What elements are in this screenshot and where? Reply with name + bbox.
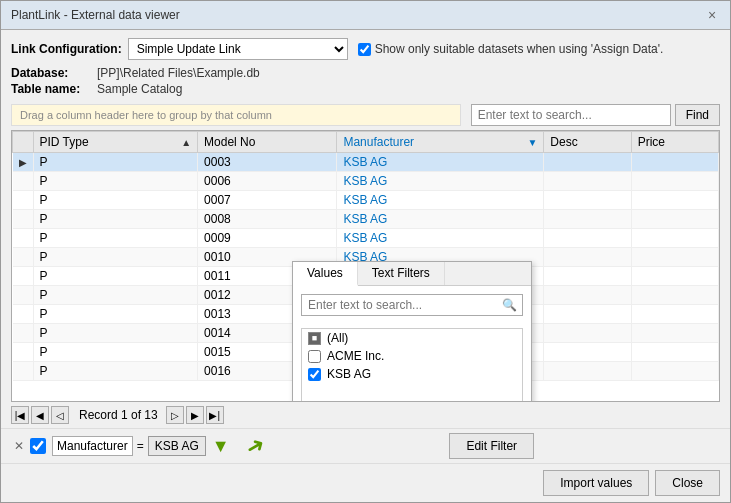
title-bar: PlantLink - External data viewer × bbox=[1, 1, 730, 30]
popup-search-input[interactable] bbox=[301, 294, 523, 316]
row-indicator bbox=[13, 172, 34, 191]
filter-equals-sign: = bbox=[137, 439, 144, 453]
filter-icon-manufacturer: ▼ bbox=[527, 137, 537, 148]
filter-item-checkbox[interactable] bbox=[308, 350, 321, 363]
col-desc[interactable]: Desc bbox=[544, 132, 631, 153]
popup-tabs: Values Text Filters bbox=[293, 262, 531, 286]
close-window-button[interactable]: × bbox=[704, 7, 720, 23]
cell-manufacturer: KSB AG bbox=[337, 229, 544, 248]
cell-model: 0007 bbox=[198, 191, 337, 210]
cell-price bbox=[631, 248, 718, 267]
cell-pid: P bbox=[33, 362, 198, 381]
filter-list-item[interactable]: ACME Inc. bbox=[302, 347, 522, 365]
cell-desc bbox=[544, 210, 631, 229]
pagination-bar: |◀ ◀ ◁ Record 1 of 13 ▷ ▶ ▶| bbox=[1, 402, 730, 428]
row-indicator bbox=[13, 267, 34, 286]
cell-desc bbox=[544, 343, 631, 362]
link-config-select[interactable]: Simple Update Link bbox=[128, 38, 348, 60]
show-suitable-checkbox[interactable] bbox=[358, 43, 371, 56]
cell-desc bbox=[544, 267, 631, 286]
bottom-close-button[interactable]: Close bbox=[655, 470, 720, 496]
filter-remove-button[interactable]: ✕ bbox=[11, 438, 27, 454]
sort-arrow-pid: ▲ bbox=[181, 137, 191, 148]
tab-values[interactable]: Values bbox=[293, 262, 358, 286]
cell-pid: P bbox=[33, 248, 198, 267]
cell-pid: P bbox=[33, 153, 198, 172]
table-row[interactable]: P0009KSB AG bbox=[13, 229, 719, 248]
database-row: Database: [PP]\Related Files\Example.db bbox=[11, 66, 720, 80]
cell-price bbox=[631, 305, 718, 324]
cell-price bbox=[631, 286, 718, 305]
table-row[interactable]: ▶P0003KSB AG bbox=[13, 153, 719, 172]
table-label: Table name: bbox=[11, 82, 91, 96]
config-section: Link Configuration: Simple Update Link S… bbox=[1, 30, 730, 104]
row-indicator bbox=[13, 248, 34, 267]
window-title: PlantLink - External data viewer bbox=[11, 8, 180, 22]
show-suitable-label: Show only suitable datasets when using '… bbox=[375, 42, 664, 56]
filter-bar: ✕ Manufacturer = KSB AG ▼ ➜ Edit Filter bbox=[1, 428, 730, 463]
cell-manufacturer: KSB AG bbox=[337, 172, 544, 191]
cell-desc bbox=[544, 191, 631, 210]
nav-last-button[interactable]: ▶| bbox=[206, 406, 224, 424]
nav-prev-button[interactable]: ◁ bbox=[51, 406, 69, 424]
record-label: Record 1 of 13 bbox=[79, 408, 158, 422]
cell-desc bbox=[544, 153, 631, 172]
nav-prev-prev-button[interactable]: ◀ bbox=[31, 406, 49, 424]
table-row-info: Table name: Sample Catalog bbox=[11, 82, 720, 96]
col-indicator bbox=[13, 132, 34, 153]
table-row[interactable]: P0007KSB AG bbox=[13, 191, 719, 210]
search-area: Find bbox=[471, 104, 720, 126]
search-input[interactable] bbox=[471, 104, 671, 126]
cell-price bbox=[631, 229, 718, 248]
filter-value-label: KSB AG bbox=[155, 439, 199, 453]
table-row[interactable]: P0006KSB AG bbox=[13, 172, 719, 191]
col-model-no[interactable]: Model No bbox=[198, 132, 337, 153]
cell-manufacturer: KSB AG bbox=[337, 210, 544, 229]
find-button[interactable]: Find bbox=[675, 104, 720, 126]
cell-desc bbox=[544, 286, 631, 305]
row-indicator bbox=[13, 324, 34, 343]
cell-desc bbox=[544, 229, 631, 248]
partial-check-icon: ■ bbox=[308, 332, 321, 345]
popup-body: 🔍 ■(All)ACME Inc.KSB AG Clear Filter Clo… bbox=[293, 286, 531, 402]
popup-search-wrap: 🔍 bbox=[301, 294, 523, 322]
filter-field-label: Manufacturer bbox=[57, 439, 128, 453]
cell-desc bbox=[544, 362, 631, 381]
nav-first-button[interactable]: |◀ bbox=[11, 406, 29, 424]
col-manufacturer[interactable]: Manufacturer ▼ bbox=[337, 132, 544, 153]
link-config-label: Link Configuration: bbox=[11, 42, 122, 56]
nav-next-next-button[interactable]: ▶ bbox=[186, 406, 204, 424]
table-value: Sample Catalog bbox=[97, 82, 182, 96]
main-window: PlantLink - External data viewer × Link … bbox=[0, 0, 731, 503]
filter-list-item[interactable]: ■(All) bbox=[302, 329, 522, 347]
row-indicator bbox=[13, 305, 34, 324]
row-indicator bbox=[13, 362, 34, 381]
cell-pid: P bbox=[33, 172, 198, 191]
col-price[interactable]: Price bbox=[631, 132, 718, 153]
cell-price bbox=[631, 343, 718, 362]
filter-item-checkbox[interactable] bbox=[308, 368, 321, 381]
import-values-button[interactable]: Import values bbox=[543, 470, 649, 496]
tab-text-filters[interactable]: Text Filters bbox=[358, 262, 445, 285]
filter-popup: Values Text Filters 🔍 ■(All)ACME Inc.KSB… bbox=[292, 261, 532, 402]
edit-filter-button[interactable]: Edit Filter bbox=[449, 433, 534, 459]
cell-desc bbox=[544, 324, 631, 343]
cell-pid: P bbox=[33, 343, 198, 362]
row-indicator bbox=[13, 191, 34, 210]
table-area: PID Type ▲ Model No Manufacturer bbox=[11, 130, 720, 402]
filter-active-checkbox[interactable] bbox=[30, 438, 46, 454]
database-value: [PP]\Related Files\Example.db bbox=[97, 66, 260, 80]
drag-hint: Drag a column header here to group by th… bbox=[11, 104, 461, 126]
cell-desc bbox=[544, 248, 631, 267]
cell-manufacturer: KSB AG bbox=[337, 191, 544, 210]
popup-filter-list[interactable]: ■(All)ACME Inc.KSB AG bbox=[301, 328, 523, 402]
row-indicator: ▶ bbox=[13, 153, 34, 172]
cell-model: 0003 bbox=[198, 153, 337, 172]
cell-model: 0006 bbox=[198, 172, 337, 191]
table-row[interactable]: P0008KSB AG bbox=[13, 210, 719, 229]
col-pid-type[interactable]: PID Type ▲ bbox=[33, 132, 198, 153]
filter-list-item[interactable]: KSB AG bbox=[302, 365, 522, 383]
link-config-row: Link Configuration: Simple Update Link S… bbox=[11, 38, 720, 60]
nav-next-button[interactable]: ▷ bbox=[166, 406, 184, 424]
filter-dropdown-arrow[interactable]: ▼ bbox=[212, 436, 230, 457]
